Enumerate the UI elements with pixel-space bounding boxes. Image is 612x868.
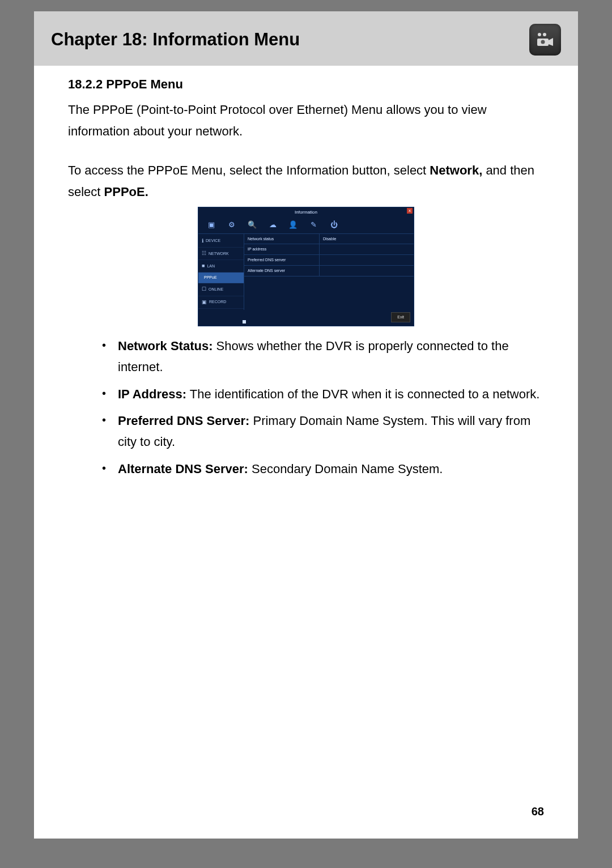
bullet-term: Preferred DNS Server: [118, 414, 249, 428]
svg-marker-3 [549, 38, 553, 46]
pen-icon[interactable]: ✎ [308, 220, 318, 230]
list-item: Network Status: Shows whether the DVR is… [102, 335, 544, 378]
sidebar-item-label: LAN [207, 263, 215, 270]
bullet-term: Alternate DNS Server: [118, 462, 248, 476]
dvr-window-title: Information [295, 209, 317, 216]
close-icon[interactable]: x [407, 208, 413, 214]
scroll-indicator [243, 320, 246, 324]
table-row: Preferred DNS server [244, 255, 414, 266]
dvr-main-panel: Network statusDisable IP address Preferr… [244, 234, 414, 310]
sidebar-item-label: PPPoE [204, 274, 217, 281]
camera-icon[interactable]: ▣ [206, 220, 216, 230]
table-row: Network statusDisable [244, 234, 414, 245]
network-icon: ☷ [202, 249, 206, 258]
sidebar-item-lan[interactable]: ■LAN [198, 260, 244, 273]
svg-point-0 [538, 33, 541, 36]
access-bold-network: Network, [430, 163, 482, 177]
dvr-titlebar: Information x [198, 207, 414, 218]
sidebar-item-record[interactable]: ▣RECORD [198, 296, 244, 309]
svg-point-4 [541, 40, 545, 44]
intro-paragraph: The PPPoE (Point-to-Point Protocol over … [68, 99, 544, 142]
dvr-body: ℹDEVICE ☷NETWORK ■LAN PPPoE ☐ONLINE ▣REC… [198, 234, 414, 310]
chapter-header: Chapter 18: Information Menu [34, 11, 578, 66]
sidebar-item-label: ONLINE [209, 286, 223, 293]
sidebar-item-network[interactable]: ☷NETWORK [198, 248, 244, 260]
record-icon: ▣ [202, 298, 207, 307]
exit-button[interactable]: Exit [391, 312, 410, 322]
row-label: Network status [244, 234, 320, 244]
table-row: IP address [244, 244, 414, 255]
power-icon[interactable]: ⏻ [329, 220, 339, 230]
page-number: 68 [532, 805, 544, 818]
search-icon[interactable]: 🔍 [247, 220, 257, 230]
sidebar-item-label: DEVICE [206, 237, 220, 244]
sidebar-item-pppoe[interactable]: PPPoE [198, 273, 244, 283]
row-label: Preferred DNS server [244, 255, 320, 265]
info-icon: ℹ [202, 237, 203, 245]
dvr-footer: Exit [198, 310, 414, 322]
list-item: IP Address: The identification of the DV… [102, 384, 544, 405]
chapter-title: Chapter 18: Information Menu [51, 29, 300, 50]
section-heading: 18.2.2 PPPoE Menu [68, 74, 544, 95]
row-value [320, 266, 414, 276]
bullet-desc: Secondary Domain Name System. [248, 462, 443, 476]
row-label: IP address [244, 244, 320, 254]
bullet-list: Network Status: Shows whether the DVR is… [68, 335, 544, 479]
dvr-camera-icon [529, 24, 561, 56]
sidebar-item-label: NETWORK [209, 250, 229, 257]
access-bold-pppoe: PPPoE. [104, 185, 148, 199]
dvr-sidebar: ℹDEVICE ☷NETWORK ■LAN PPPoE ☐ONLINE ▣REC… [198, 234, 244, 310]
svg-point-1 [543, 33, 546, 36]
list-item: Preferred DNS Server: Primary Domain Nam… [102, 410, 544, 453]
row-value [320, 255, 414, 265]
dvr-information-window: Information x ▣ ⚙ 🔍 ☁ 👤 ✎ ⏻ ℹDEVICE ☷NET… [198, 207, 414, 326]
access-text-pre: To access the PPPoE Menu, select the Inf… [68, 163, 430, 177]
list-item: Alternate DNS Server: Secondary Domain N… [102, 458, 544, 479]
online-icon: ☐ [202, 285, 206, 293]
page-content: 18.2.2 PPPoE Menu The PPPoE (Point-to-Po… [34, 66, 578, 479]
row-value [320, 244, 414, 254]
dvr-toolbar: ▣ ⚙ 🔍 ☁ 👤 ✎ ⏻ [198, 218, 414, 234]
table-row: Alternate DNS server [244, 266, 414, 276]
bullet-desc: The identification of the DVR when it is… [186, 387, 539, 401]
sidebar-item-online[interactable]: ☐ONLINE [198, 283, 244, 296]
sidebar-item-label: RECORD [209, 299, 226, 305]
gear-icon[interactable]: ⚙ [227, 220, 237, 230]
sidebar-item-device[interactable]: ℹDEVICE [198, 235, 244, 248]
user-icon[interactable]: 👤 [288, 220, 298, 230]
access-paragraph: To access the PPPoE Menu, select the Inf… [68, 160, 544, 202]
bullet-term: Network Status: [118, 339, 212, 353]
lan-icon: ■ [202, 262, 205, 270]
bullet-term: IP Address: [118, 387, 186, 401]
row-label: Alternate DNS server [244, 266, 320, 276]
document-page: Chapter 18: Information Menu 18.2.2 PPPo… [34, 11, 578, 839]
row-value: Disable [320, 234, 414, 244]
cloud-icon[interactable]: ☁ [267, 220, 278, 230]
embedded-screenshot: Information x ▣ ⚙ 🔍 ☁ 👤 ✎ ⏻ ℹDEVICE ☷NET… [68, 207, 544, 326]
